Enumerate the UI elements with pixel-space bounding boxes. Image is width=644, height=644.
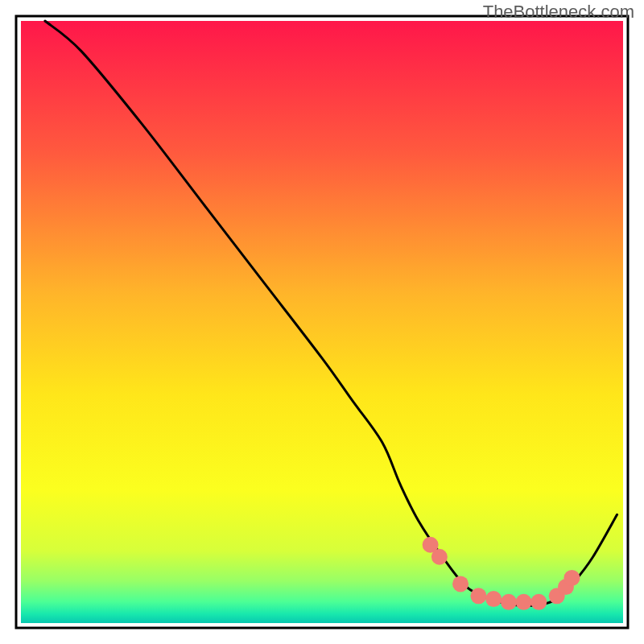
chart-svg	[0, 0, 644, 644]
svg-point-5	[485, 591, 502, 607]
watermark-text: TheBottleneck.com	[483, 2, 634, 23]
svg-point-3	[452, 576, 469, 592]
svg-point-8	[530, 594, 547, 610]
svg-point-2	[431, 549, 448, 565]
svg-point-6	[501, 594, 517, 610]
chart-container: TheBottleneck.com	[0, 0, 644, 644]
svg-point-11	[564, 570, 580, 586]
svg-point-7	[516, 594, 532, 610]
svg-rect-0	[21, 21, 623, 623]
svg-point-4	[470, 588, 486, 604]
